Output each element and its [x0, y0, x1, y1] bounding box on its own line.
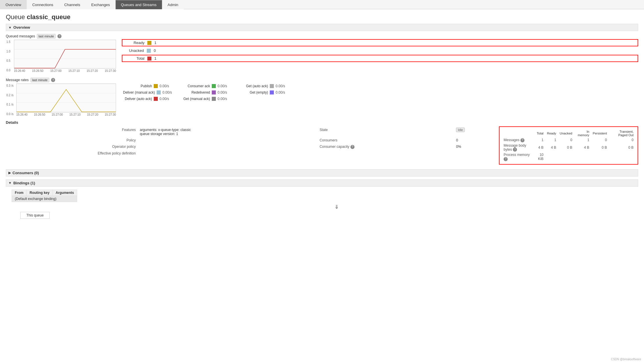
nav-tab-channels[interactable]: Channels — [59, 0, 86, 9]
stat-row-total: Total 1 — [122, 55, 638, 62]
state-idle-badge: Idle — [456, 128, 465, 132]
operator-policy-label: Operator policy — [6, 144, 138, 150]
unacked-label: Unacked — [124, 48, 144, 53]
consumers-label-cell: Consumers — [311, 137, 454, 143]
page-title-prefix: Queue — [6, 13, 25, 21]
bindings-routing-key-header: Routing key — [27, 190, 53, 196]
stats-header-total: Total — [533, 129, 545, 137]
process-memory-help-icon[interactable]: ? — [504, 157, 508, 161]
message-rates-help-icon[interactable]: ? — [51, 78, 55, 82]
nav-tab-queues-and-streams[interactable]: Queues and Streams — [115, 0, 162, 9]
get-manual-value: 0.00/s — [218, 97, 227, 101]
ready-value: 1 — [154, 41, 156, 45]
get-empty-swatch — [270, 90, 274, 94]
overview-section-header[interactable]: ▼ Overview — [6, 24, 638, 31]
get-empty-value: 0.00/s — [276, 90, 285, 94]
messages-help-icon[interactable]: ? — [520, 138, 524, 142]
rate-get-auto: Get (auto ack) 0.00/s — [238, 83, 296, 89]
get-auto-swatch — [270, 84, 274, 88]
operator-policy-row: Operator policy Consumer capacity ? 0% — [6, 144, 493, 150]
deliver-manual-value: 0.00/s — [162, 90, 172, 94]
queued-messages-label: Queued messages — [6, 34, 35, 38]
stat-row-unacked: Unacked 0 — [122, 48, 638, 54]
total-label: Total — [124, 56, 144, 61]
consumers-value-cell: 0 — [454, 137, 493, 143]
deliver-manual-label: Deliver (manual ack) — [123, 90, 155, 94]
details-left: Features arguments: x-queue-type: classi… — [6, 126, 493, 165]
consumers-section-label: Consumers (0) — [12, 171, 39, 175]
queue-name: classic_queue — [27, 13, 70, 21]
features-value: arguments: x-queue-type: classic queue s… — [138, 127, 310, 137]
redelivered-value: 0.00/s — [218, 90, 227, 94]
get-manual-label: Get (manual ack) — [181, 97, 210, 101]
details-stats-box: Total Ready Unacked In memory Persistent… — [499, 126, 638, 165]
policy-label: Policy — [6, 137, 138, 143]
nav-tab-exchanges[interactable]: Exchanges — [86, 0, 115, 9]
queued-messages-help-icon[interactable]: ? — [57, 34, 61, 38]
stats-body-bytes-row: Message body bytes ? 4 B 4 B 0 B 4 B 0 B… — [502, 143, 635, 152]
consumers-arrow-icon: ▶ — [8, 171, 11, 175]
bindings-section-header[interactable]: ▼ Bindings (1) — [6, 179, 638, 187]
messages-ready: 1 — [545, 137, 558, 143]
binding-default-exchange: (Default exchange binding) — [12, 196, 77, 202]
ready-label: Ready — [124, 41, 144, 45]
messages-row-label: Messages ? — [502, 137, 533, 143]
queued-messages-title: Queued messages last minute ? — [6, 34, 116, 39]
messages-in-memory: 1 — [574, 137, 591, 143]
get-auto-value: 0.00/s — [276, 84, 285, 88]
messages-unacked: 0 — [558, 137, 574, 143]
body-bytes-help-icon[interactable]: ? — [513, 148, 517, 152]
stats-table: Total Ready Unacked In memory Persistent… — [502, 129, 635, 162]
nav-tab-overview[interactable]: Overview — [0, 0, 27, 9]
rates-y-labels: 0.3 /s 0.2 /s 0.1 /s 0.0 /s — [6, 83, 13, 116]
bindings-section: ▼ Bindings (1) From Routing key Argument… — [6, 179, 638, 219]
publish-label: Publish — [123, 84, 152, 88]
messages-total: 1 — [533, 137, 545, 143]
state-label-cell: State — [311, 127, 454, 137]
nav-bar: OverviewConnectionsChannelsExchangesQueu… — [0, 0, 644, 9]
stats-header-unacked: Unacked — [558, 129, 574, 137]
redelivered-swatch — [212, 90, 216, 94]
deliver-auto-value: 0.00/s — [160, 97, 169, 101]
messages-transient: 0 — [609, 137, 635, 143]
process-memory-ready — [545, 152, 558, 162]
stats-header-in-memory: In memory — [574, 129, 591, 137]
bindings-from-header: From — [12, 190, 27, 196]
stat-row-ready: Ready 1 — [122, 39, 638, 46]
consumers-row: Policy Consumers 0 — [6, 137, 493, 143]
consumer-capacity-value-cell: 0% — [454, 144, 493, 150]
rate-get-manual: Get (manual ack) 0.00/s — [180, 96, 238, 101]
get-empty-label: Get (empty) — [239, 90, 268, 94]
nav-tab-connections[interactable]: Connections — [27, 0, 59, 9]
state-value-cell: Idle — [454, 127, 493, 137]
nav-tab-admin[interactable]: Admin — [162, 0, 184, 9]
stats-messages-row: Messages ? 1 1 0 1 0 0 — [502, 137, 635, 143]
deliver-auto-swatch — [154, 97, 158, 101]
details-table: Features arguments: x-queue-type: classi… — [6, 126, 493, 157]
rates-chart — [16, 83, 116, 112]
details-right: Total Ready Unacked In memory Persistent… — [499, 126, 638, 165]
this-queue-box: This queue — [20, 212, 50, 219]
details-inner: Features arguments: x-queue-type: classi… — [6, 126, 638, 165]
bindings-arrow-down: ⇓ — [35, 204, 638, 210]
process-memory-transient — [609, 152, 635, 162]
page-title: Queue classic_queue — [6, 13, 638, 21]
unacked-swatch — [147, 49, 151, 53]
overview-arrow-icon: ▼ — [8, 26, 12, 29]
process-memory-total: 10 KiB — [533, 152, 545, 162]
consumers-section-header[interactable]: ▶ Consumers (0) — [6, 169, 638, 177]
consumer-ack-label: Consumer ack — [181, 84, 210, 88]
stats-header-transient: Transient, Paged Out — [609, 129, 635, 137]
ready-swatch — [147, 41, 151, 45]
bindings-section-label: Bindings (1) — [13, 181, 35, 185]
features-label: Features — [6, 127, 138, 137]
bindings-arguments-header: Arguments — [53, 190, 77, 196]
consumer-capacity-help-icon[interactable]: ? — [350, 145, 354, 149]
consumer-capacity-label-cell: Consumer capacity ? — [311, 144, 454, 150]
details-section: Details Features arguments: x-queue-type… — [6, 120, 638, 165]
bindings-header-row: From Routing key Arguments — [12, 190, 77, 196]
message-rates-badge[interactable]: last minute — [30, 78, 49, 82]
message-rates-title: Message rates last minute ? — [6, 78, 638, 82]
queued-messages-badge[interactable]: last minute — [37, 34, 56, 39]
this-queue-box-wrapper: This queue — [6, 212, 638, 219]
